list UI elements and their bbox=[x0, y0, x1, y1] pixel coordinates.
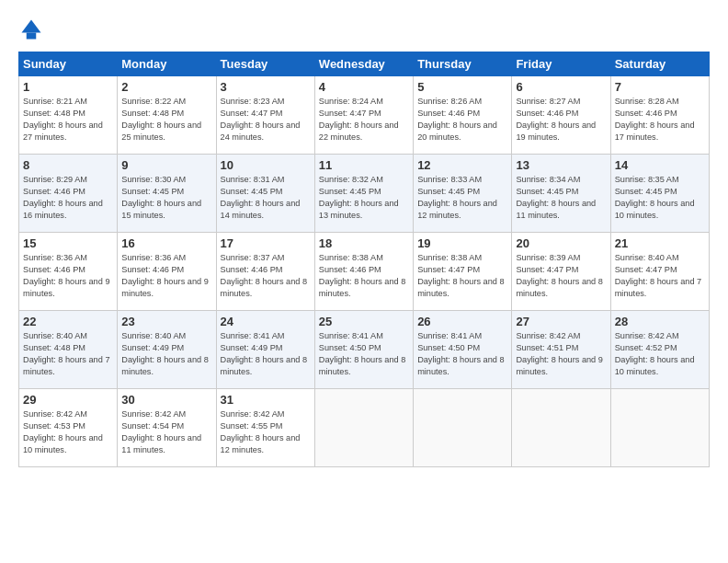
calendar-week-4: 22 Sunrise: 8:40 AM Sunset: 4:48 PM Dayl… bbox=[19, 311, 710, 389]
day-info: Sunrise: 8:42 AM Sunset: 4:55 PM Dayligh… bbox=[221, 408, 311, 456]
svg-rect-1 bbox=[27, 33, 37, 40]
day-info: Sunrise: 8:27 AM Sunset: 4:46 PM Dayligh… bbox=[516, 96, 606, 144]
day-info: Sunrise: 8:38 AM Sunset: 4:46 PM Dayligh… bbox=[319, 252, 409, 300]
day-info: Sunrise: 8:22 AM Sunset: 4:48 PM Dayligh… bbox=[121, 96, 211, 144]
calendar-cell: 11 Sunrise: 8:32 AM Sunset: 4:45 PM Dayl… bbox=[314, 155, 413, 233]
day-number: 25 bbox=[319, 315, 409, 328]
svg-marker-0 bbox=[22, 20, 41, 33]
day-info: Sunrise: 8:42 AM Sunset: 4:52 PM Dayligh… bbox=[615, 330, 705, 378]
day-number: 1 bbox=[23, 80, 113, 94]
calendar-cell bbox=[414, 389, 512, 467]
calendar-header-row: SundayMondayTuesdayWednesdayThursdayFrid… bbox=[19, 52, 710, 76]
day-info: Sunrise: 8:23 AM Sunset: 4:47 PM Dayligh… bbox=[221, 96, 311, 144]
header bbox=[18, 17, 710, 42]
day-info: Sunrise: 8:40 AM Sunset: 4:47 PM Dayligh… bbox=[615, 252, 705, 300]
calendar-week-1: 1 Sunrise: 8:21 AM Sunset: 4:48 PM Dayli… bbox=[19, 76, 710, 155]
day-info: Sunrise: 8:21 AM Sunset: 4:48 PM Dayligh… bbox=[23, 96, 113, 144]
calendar-cell: 7 Sunrise: 8:28 AM Sunset: 4:46 PM Dayli… bbox=[610, 76, 709, 155]
calendar-cell: 10 Sunrise: 8:31 AM Sunset: 4:45 PM Dayl… bbox=[216, 155, 314, 233]
day-info: Sunrise: 8:36 AM Sunset: 4:46 PM Dayligh… bbox=[121, 252, 211, 300]
day-info: Sunrise: 8:30 AM Sunset: 4:45 PM Dayligh… bbox=[121, 174, 211, 222]
calendar-cell: 15 Sunrise: 8:36 AM Sunset: 4:46 PM Dayl… bbox=[19, 233, 118, 311]
calendar-cell: 16 Sunrise: 8:36 AM Sunset: 4:46 PM Dayl… bbox=[118, 233, 216, 311]
day-number: 14 bbox=[615, 158, 705, 172]
day-number: 13 bbox=[516, 158, 606, 172]
calendar-cell: 4 Sunrise: 8:24 AM Sunset: 4:47 PM Dayli… bbox=[314, 76, 413, 155]
logo-icon bbox=[18, 17, 44, 42]
day-info: Sunrise: 8:40 AM Sunset: 4:48 PM Dayligh… bbox=[23, 330, 113, 378]
col-header-tuesday: Tuesday bbox=[216, 52, 314, 76]
day-info: Sunrise: 8:24 AM Sunset: 4:47 PM Dayligh… bbox=[319, 96, 409, 144]
calendar-cell: 12 Sunrise: 8:33 AM Sunset: 4:45 PM Dayl… bbox=[414, 155, 512, 233]
calendar-cell: 28 Sunrise: 8:42 AM Sunset: 4:52 PM Dayl… bbox=[610, 311, 709, 389]
calendar-cell bbox=[512, 389, 610, 467]
calendar-cell: 30 Sunrise: 8:42 AM Sunset: 4:54 PM Dayl… bbox=[118, 389, 216, 467]
day-info: Sunrise: 8:26 AM Sunset: 4:46 PM Dayligh… bbox=[417, 96, 507, 144]
calendar-cell: 22 Sunrise: 8:40 AM Sunset: 4:48 PM Dayl… bbox=[19, 311, 118, 389]
calendar-cell: 17 Sunrise: 8:37 AM Sunset: 4:46 PM Dayl… bbox=[216, 233, 314, 311]
calendar-cell: 6 Sunrise: 8:27 AM Sunset: 4:46 PM Dayli… bbox=[512, 76, 610, 155]
calendar-cell: 8 Sunrise: 8:29 AM Sunset: 4:46 PM Dayli… bbox=[19, 155, 118, 233]
day-info: Sunrise: 8:40 AM Sunset: 4:49 PM Dayligh… bbox=[121, 330, 211, 378]
day-info: Sunrise: 8:28 AM Sunset: 4:46 PM Dayligh… bbox=[615, 96, 705, 144]
day-info: Sunrise: 8:38 AM Sunset: 4:47 PM Dayligh… bbox=[417, 252, 507, 300]
day-number: 15 bbox=[23, 236, 113, 250]
day-number: 6 bbox=[516, 80, 606, 94]
col-header-wednesday: Wednesday bbox=[314, 52, 413, 76]
calendar-cell: 18 Sunrise: 8:38 AM Sunset: 4:46 PM Dayl… bbox=[314, 233, 413, 311]
calendar-cell: 9 Sunrise: 8:30 AM Sunset: 4:45 PM Dayli… bbox=[118, 155, 216, 233]
day-number: 19 bbox=[417, 236, 507, 250]
day-number: 26 bbox=[417, 315, 507, 328]
calendar-cell: 25 Sunrise: 8:41 AM Sunset: 4:50 PM Dayl… bbox=[314, 311, 413, 389]
day-number: 30 bbox=[121, 393, 211, 407]
calendar-week-3: 15 Sunrise: 8:36 AM Sunset: 4:46 PM Dayl… bbox=[19, 233, 710, 311]
col-header-sunday: Sunday bbox=[19, 52, 118, 76]
calendar-week-2: 8 Sunrise: 8:29 AM Sunset: 4:46 PM Dayli… bbox=[19, 155, 710, 233]
calendar-cell: 1 Sunrise: 8:21 AM Sunset: 4:48 PM Dayli… bbox=[19, 76, 118, 155]
day-info: Sunrise: 8:35 AM Sunset: 4:45 PM Dayligh… bbox=[615, 174, 705, 222]
calendar-cell: 2 Sunrise: 8:22 AM Sunset: 4:48 PM Dayli… bbox=[118, 76, 216, 155]
col-header-thursday: Thursday bbox=[414, 52, 512, 76]
day-info: Sunrise: 8:42 AM Sunset: 4:53 PM Dayligh… bbox=[23, 408, 113, 456]
calendar-week-5: 29 Sunrise: 8:42 AM Sunset: 4:53 PM Dayl… bbox=[19, 389, 710, 467]
day-info: Sunrise: 8:39 AM Sunset: 4:47 PM Dayligh… bbox=[516, 252, 606, 300]
calendar-cell: 14 Sunrise: 8:35 AM Sunset: 4:45 PM Dayl… bbox=[610, 155, 709, 233]
day-info: Sunrise: 8:42 AM Sunset: 4:51 PM Dayligh… bbox=[516, 330, 606, 378]
calendar-body: 1 Sunrise: 8:21 AM Sunset: 4:48 PM Dayli… bbox=[19, 76, 710, 467]
day-number: 16 bbox=[121, 236, 211, 250]
calendar-cell bbox=[314, 389, 413, 467]
calendar-cell: 5 Sunrise: 8:26 AM Sunset: 4:46 PM Dayli… bbox=[414, 76, 512, 155]
day-number: 5 bbox=[417, 80, 507, 94]
day-number: 22 bbox=[23, 315, 113, 328]
calendar-cell: 26 Sunrise: 8:41 AM Sunset: 4:50 PM Dayl… bbox=[414, 311, 512, 389]
col-header-saturday: Saturday bbox=[610, 52, 709, 76]
day-number: 23 bbox=[121, 315, 211, 328]
day-number: 11 bbox=[319, 158, 409, 172]
day-number: 24 bbox=[221, 315, 311, 328]
day-number: 9 bbox=[121, 158, 211, 172]
calendar-cell: 31 Sunrise: 8:42 AM Sunset: 4:55 PM Dayl… bbox=[216, 389, 314, 467]
day-info: Sunrise: 8:36 AM Sunset: 4:46 PM Dayligh… bbox=[23, 252, 113, 300]
day-number: 21 bbox=[615, 236, 705, 250]
page: SundayMondayTuesdayWednesdayThursdayFrid… bbox=[0, 0, 728, 563]
day-number: 18 bbox=[319, 236, 409, 250]
day-number: 3 bbox=[221, 80, 311, 94]
day-number: 17 bbox=[221, 236, 311, 250]
calendar-cell: 29 Sunrise: 8:42 AM Sunset: 4:53 PM Dayl… bbox=[19, 389, 118, 467]
col-header-monday: Monday bbox=[118, 52, 216, 76]
day-info: Sunrise: 8:33 AM Sunset: 4:45 PM Dayligh… bbox=[417, 174, 507, 222]
calendar-cell: 3 Sunrise: 8:23 AM Sunset: 4:47 PM Dayli… bbox=[216, 76, 314, 155]
day-number: 4 bbox=[319, 80, 409, 94]
day-info: Sunrise: 8:32 AM Sunset: 4:45 PM Dayligh… bbox=[319, 174, 409, 222]
calendar-cell: 21 Sunrise: 8:40 AM Sunset: 4:47 PM Dayl… bbox=[610, 233, 709, 311]
day-number: 20 bbox=[516, 236, 606, 250]
day-info: Sunrise: 8:41 AM Sunset: 4:50 PM Dayligh… bbox=[319, 330, 409, 378]
day-number: 12 bbox=[417, 158, 507, 172]
calendar-cell: 20 Sunrise: 8:39 AM Sunset: 4:47 PM Dayl… bbox=[512, 233, 610, 311]
day-number: 29 bbox=[23, 393, 113, 407]
day-info: Sunrise: 8:42 AM Sunset: 4:54 PM Dayligh… bbox=[121, 408, 211, 456]
day-info: Sunrise: 8:37 AM Sunset: 4:46 PM Dayligh… bbox=[221, 252, 311, 300]
day-info: Sunrise: 8:34 AM Sunset: 4:45 PM Dayligh… bbox=[516, 174, 606, 222]
day-info: Sunrise: 8:41 AM Sunset: 4:50 PM Dayligh… bbox=[417, 330, 507, 378]
day-info: Sunrise: 8:41 AM Sunset: 4:49 PM Dayligh… bbox=[221, 330, 311, 378]
